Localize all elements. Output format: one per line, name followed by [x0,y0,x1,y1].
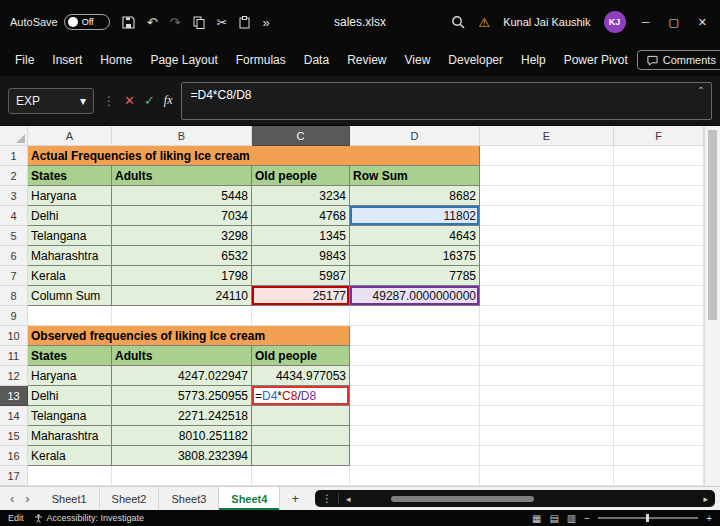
cell-A8[interactable]: Column Sum [28,286,112,306]
cell-C5[interactable]: 1345 [252,226,350,246]
maximize-button[interactable]: ▢ [665,16,681,29]
cell-D6[interactable]: 16375 [350,246,480,266]
row-header-5[interactable]: 5 [0,226,28,246]
select-all-button[interactable] [0,126,28,146]
horizontal-scrollbar[interactable] [358,495,697,503]
cell-B4[interactable]: 7034 [112,206,252,226]
previous-sheet-button[interactable]: ‹ [10,491,14,506]
cell-A13[interactable]: Delhi [28,386,112,406]
menu-review[interactable]: Review [338,47,395,73]
cell-F14[interactable] [614,406,704,426]
clipboard-button[interactable] [239,16,250,29]
name-box[interactable]: EXP ▾ [8,88,94,114]
cell-A16[interactable]: Kerala [28,446,112,466]
scroll-left-button[interactable]: ◂ [346,494,351,504]
cell-F8[interactable] [614,286,704,306]
cell-E13[interactable] [480,386,614,406]
cell-C3[interactable]: 3234 [252,186,350,206]
page-layout-view-button[interactable]: ▤ [549,513,558,524]
col-header-F[interactable]: F [614,126,704,146]
zoom-out-button[interactable]: − [584,513,590,524]
cell-E9[interactable] [480,306,614,326]
menu-help[interactable]: Help [512,47,555,73]
cell-B8[interactable]: 24110 [112,286,252,306]
cell-A2[interactable]: States [28,166,112,186]
zoom-slider-thumb[interactable] [646,514,649,522]
cell-D7[interactable]: 7785 [350,266,480,286]
cell-F1[interactable] [614,146,704,166]
cell-D10[interactable] [350,326,480,346]
cell-F10[interactable] [614,326,704,346]
cell-F11[interactable] [614,346,704,366]
cell-D12[interactable] [350,366,480,386]
cell-E11[interactable] [480,346,614,366]
row-header-4[interactable]: 4 [0,206,28,226]
cell-D17[interactable] [350,466,480,486]
cell-A1[interactable]: Actual Frequencies of liking Ice cream [28,146,480,166]
page-break-view-button[interactable]: ▥ [567,513,576,524]
cell-B7[interactable]: 1798 [112,266,252,286]
cell-D15[interactable] [350,426,480,446]
row-header-1[interactable]: 1 [0,146,28,166]
cell-F5[interactable] [614,226,704,246]
cell-B11[interactable]: Adults [112,346,252,366]
col-header-A[interactable]: A [28,126,112,146]
search-button[interactable] [451,15,465,29]
cell-D5[interactable]: 4643 [350,226,480,246]
cancel-entry-button[interactable]: ✕ [124,93,135,108]
col-header-B[interactable]: B [112,126,252,146]
row-header-11[interactable]: 11 [0,346,28,366]
cell-C2[interactable]: Old people [252,166,350,186]
formula-input[interactable]: =D4*C8/D8 ˆ [181,82,712,120]
redo-button[interactable]: ↷ [170,15,181,30]
cell-C7[interactable]: 5987 [252,266,350,286]
new-sheet-button[interactable]: + [280,487,310,510]
cell-D16[interactable] [350,446,480,466]
cell-E17[interactable] [480,466,614,486]
cell-E15[interactable] [480,426,614,446]
confirm-entry-button[interactable]: ✓ [144,93,155,108]
cell-B13[interactable]: 5773.250955 [112,386,252,406]
cell-F15[interactable] [614,426,704,446]
cell-C11[interactable]: Old people [252,346,350,366]
zoom-in-button[interactable]: + [706,513,712,524]
cell-B2[interactable]: Adults [112,166,252,186]
menu-page-layout[interactable]: Page Layout [141,47,226,73]
avatar[interactable]: KJ [604,11,626,33]
col-header-C[interactable]: C [252,126,350,146]
cell-F3[interactable] [614,186,704,206]
accessibility-checker[interactable]: Accessibility: Investigate [34,513,145,523]
cell-B14[interactable]: 2271.242518 [112,406,252,426]
cell-F16[interactable] [614,446,704,466]
row-header-2[interactable]: 2 [0,166,28,186]
cell-F6[interactable] [614,246,704,266]
cell-D13[interactable] [350,386,480,406]
cell-E7[interactable] [480,266,614,286]
close-button[interactable]: ✕ [695,16,710,29]
row-header-13[interactable]: 13 [0,386,28,406]
cell-D9[interactable] [350,306,480,326]
row-header-12[interactable]: 12 [0,366,28,386]
cell-F4[interactable] [614,206,704,226]
alert-button[interactable]: ⚠ [478,15,490,30]
cell-E12[interactable] [480,366,614,386]
row-header-3[interactable]: 3 [0,186,28,206]
cell-D14[interactable] [350,406,480,426]
row-header-16[interactable]: 16 [0,446,28,466]
cell-F9[interactable] [614,306,704,326]
cell-C17[interactable] [252,466,350,486]
cell-D2[interactable]: Row Sum [350,166,480,186]
cell-C8[interactable]: 25177 [252,286,350,306]
cell-C16[interactable] [252,446,350,466]
copy-button[interactable] [193,16,205,29]
row-header-15[interactable]: 15 [0,426,28,446]
cell-A14[interactable]: Telangana [28,406,112,426]
row-header-10[interactable]: 10 [0,326,28,346]
row-header-7[interactable]: 7 [0,266,28,286]
save-button[interactable] [122,16,135,29]
undo-button[interactable]: ↶ [147,15,158,30]
menu-view[interactable]: View [396,47,440,73]
horizontal-scrollbar-thumb[interactable] [391,496,533,502]
cell-A10[interactable]: Observed frequencies of liking Ice cream [28,326,350,346]
menu-formulas[interactable]: Formulas [227,47,295,73]
